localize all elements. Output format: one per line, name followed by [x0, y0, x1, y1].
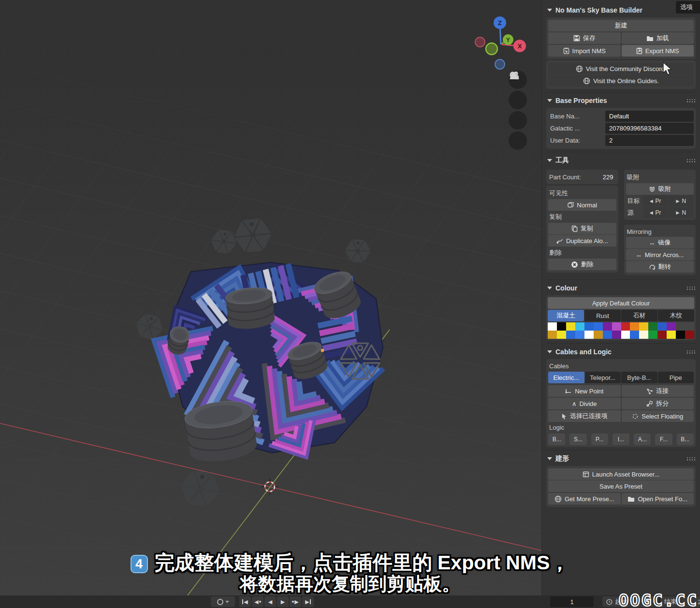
load-button[interactable]: 加载 — [622, 32, 694, 44]
colour-tab-4[interactable]: 木纹 — [658, 310, 694, 321]
galactic-address-field[interactable]: 207809396583384 — [605, 123, 694, 134]
mirror-across-button[interactable]: ↔ Mirror Acros... — [626, 249, 694, 261]
colour-swatch[interactable] — [667, 322, 676, 331]
snap-target-next-button[interactable]: ▶N — [669, 195, 694, 206]
new-point-button[interactable]: New Point — [548, 385, 621, 397]
jump-to-start-button[interactable]: ◀ — [239, 596, 251, 607]
colour-tab-3[interactable]: 石材 — [621, 310, 657, 321]
gizmo-neg-z[interactable] — [495, 59, 505, 69]
colour-swatch[interactable] — [612, 322, 621, 331]
cables-logic-header[interactable]: Cables and Logic — [546, 346, 696, 358]
colour-swatch[interactable] — [667, 331, 676, 339]
colour-swatch[interactable] — [639, 331, 648, 339]
colour-swatch[interactable] — [676, 322, 685, 331]
colour-swatch[interactable] — [685, 322, 694, 331]
divide-button[interactable]: ∧ Divide — [548, 398, 621, 409]
cable-tab-2[interactable]: Telepor... — [585, 372, 621, 383]
colour-swatch[interactable] — [603, 322, 612, 331]
colour-swatch[interactable] — [594, 322, 603, 331]
next-keyframe-button[interactable]: ▶ — [290, 596, 301, 607]
user-data-field[interactable]: 2 — [605, 135, 694, 146]
logic-button-2[interactable]: S... — [569, 434, 586, 445]
colour-swatch[interactable] — [594, 331, 603, 339]
colour-swatch[interactable] — [566, 322, 575, 331]
editor-type-dropdown[interactable] — [211, 596, 235, 607]
colour-swatch[interactable] — [657, 331, 667, 339]
panel-grip-icon[interactable] — [687, 99, 696, 102]
colour-swatch[interactable] — [557, 322, 566, 331]
launch-asset-browser-button[interactable]: Launch Asset Browser... — [548, 468, 694, 480]
panel-grip-icon[interactable] — [687, 287, 696, 290]
logic-button-7[interactable]: B... — [677, 434, 694, 445]
viewport-3d[interactable]: Z Y X — [0, 0, 541, 608]
colour-swatch[interactable] — [676, 331, 685, 339]
gizmo-neg-y[interactable] — [486, 43, 497, 55]
grid-view-button[interactable] — [509, 131, 527, 150]
panel-grip-icon[interactable] — [687, 457, 696, 461]
export-nms-button[interactable]: Export NMS — [622, 45, 694, 57]
hex-flake[interactable] — [234, 218, 271, 252]
duplicate-button[interactable]: 复制 — [548, 223, 616, 234]
prev-keyframe-button[interactable]: ◀ — [252, 596, 263, 607]
colour-swatch[interactable] — [639, 322, 648, 331]
visibility-normal-button[interactable]: Normal — [548, 199, 616, 211]
jump-to-end-button[interactable]: ▶ — [302, 596, 314, 607]
colour-swatch[interactable] — [630, 322, 639, 331]
pan-tool-button[interactable] — [509, 91, 527, 109]
colour-swatch[interactable] — [621, 322, 630, 331]
panel-grip-icon[interactable] — [687, 159, 696, 162]
connect-button[interactable]: 连接 — [622, 385, 694, 397]
open-preset-folder-button[interactable]: Open Preset Fo... — [622, 493, 694, 505]
colour-swatch[interactable] — [548, 322, 557, 331]
snap-source-next-button[interactable]: ▶N — [669, 207, 694, 218]
logic-button-3[interactable]: P... — [591, 434, 608, 445]
base-properties-header[interactable]: Base Properties — [546, 95, 696, 106]
colour-swatch[interactable] — [648, 331, 657, 339]
presets-header[interactable]: 建形 — [546, 453, 696, 464]
colour-swatch[interactable] — [575, 331, 584, 339]
save-button[interactable]: 保存 — [548, 32, 621, 44]
snap-target-prev-button[interactable]: ◀Pr — [643, 195, 668, 206]
colour-swatch[interactable] — [575, 322, 584, 331]
base-name-field[interactable]: Default — [605, 111, 694, 122]
current-frame-field[interactable]: 1 — [550, 596, 594, 607]
logic-button-5[interactable]: A... — [634, 434, 651, 445]
play-reverse-button[interactable]: ◀ — [264, 596, 276, 607]
logic-button-6[interactable]: F... — [655, 434, 672, 445]
colour-swatch[interactable] — [584, 322, 594, 331]
options-button[interactable]: 选项 — [676, 1, 700, 14]
cable-tab-4[interactable]: Pipe — [658, 372, 694, 383]
colour-swatch[interactable] — [621, 331, 630, 339]
apply-default-colour-button[interactable]: Apply Default Colour — [548, 297, 694, 309]
select-connected-button[interactable]: 选择已连接项 — [548, 410, 621, 422]
colour-tab-1[interactable]: 混凝土 — [548, 310, 584, 321]
snap-source-prev-button[interactable]: ◀Pr — [643, 207, 668, 218]
cable-tab-3[interactable]: Byte-B... — [621, 372, 657, 383]
mirror-button[interactable]: ↔ 镜像 — [626, 237, 694, 248]
delete-button[interactable]: 删除 — [548, 259, 616, 270]
colour-swatch[interactable] — [557, 331, 566, 339]
colour-swatch[interactable] — [548, 331, 557, 339]
colour-swatch[interactable] — [648, 322, 657, 331]
camera-view-button[interactable] — [509, 111, 527, 130]
addon-header[interactable]: No Man's Sky Base Builder — [546, 4, 696, 16]
new-button[interactable]: 新建 — [548, 20, 694, 31]
flip-button[interactable]: 翻转 — [626, 261, 694, 273]
logic-button-4[interactable]: I... — [612, 434, 629, 445]
tools-header[interactable]: 工具 — [546, 155, 696, 166]
panel-grip-icon[interactable] — [687, 350, 696, 354]
snap-button[interactable]: 吸附 — [626, 183, 694, 195]
hex-flake[interactable] — [135, 313, 164, 340]
colour-header[interactable]: Colour — [546, 282, 696, 294]
logic-button-1[interactable]: B... — [548, 434, 565, 445]
save-as-preset-button[interactable]: Save As Preset — [548, 480, 694, 492]
import-nms-button[interactable]: Import NMS — [548, 45, 621, 57]
colour-swatch[interactable] — [630, 331, 639, 339]
duplicate-along-button[interactable]: Duplicate Alo... — [548, 235, 616, 246]
colour-tab-2[interactable]: Rust — [584, 310, 621, 321]
hex-flake[interactable] — [211, 230, 236, 254]
gizmo-neg-x[interactable] — [475, 37, 485, 47]
split-button[interactable]: 拆分 — [622, 398, 694, 409]
base-model[interactable] — [134, 258, 384, 470]
get-more-presets-button[interactable]: Get More Prese... — [548, 493, 621, 505]
